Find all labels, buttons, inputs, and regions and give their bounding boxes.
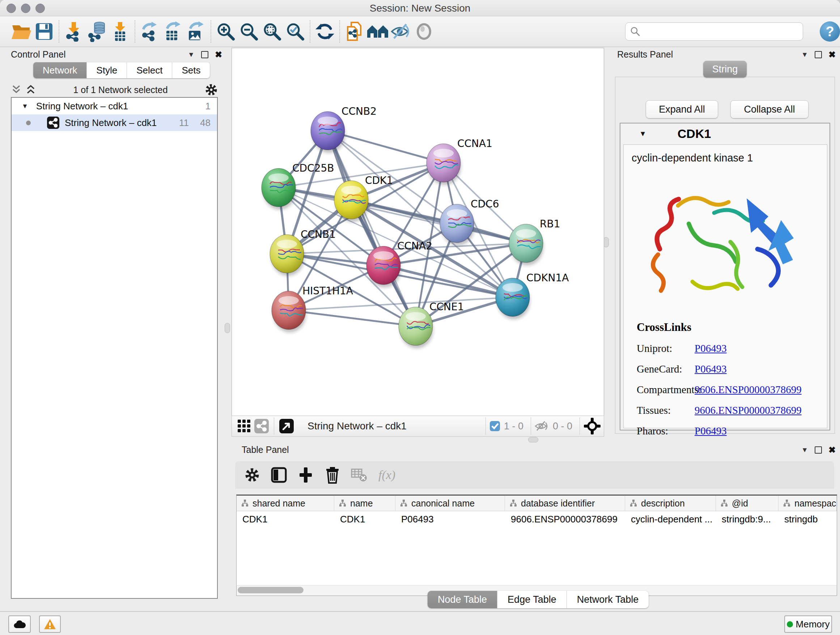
detach-view-icon[interactable]: [278, 417, 295, 435]
table-cell[interactable]: CDK1: [334, 514, 395, 525]
network-options-gear-icon[interactable]: [205, 83, 218, 96]
refresh-view-icon[interactable]: [313, 20, 336, 43]
network-edge[interactable]: [328, 131, 416, 326]
table-cell[interactable]: stringdb: [778, 514, 837, 525]
table-cell[interactable]: P06493: [395, 514, 505, 525]
table-options-gear-icon[interactable]: [242, 464, 263, 486]
expand-all-icon[interactable]: [25, 84, 36, 95]
help-button[interactable]: ?: [820, 21, 840, 42]
import-network-database-icon[interactable]: [85, 20, 109, 43]
search-input[interactable]: [641, 26, 794, 38]
network-collection-row[interactable]: ▼ String Network – cdk1 1: [11, 98, 217, 114]
memory-button[interactable]: Memory: [784, 616, 832, 633]
cloud-status-button[interactable]: [8, 616, 31, 633]
tab-node-table[interactable]: Node Table: [428, 591, 497, 608]
show-columns-icon[interactable]: [268, 464, 289, 486]
collection-expand-icon[interactable]: ▼: [22, 103, 28, 110]
column-header[interactable]: @id: [716, 496, 778, 511]
crosslink-value[interactable]: 9606.ENSP00000378699: [695, 384, 802, 396]
network-row-selected[interactable]: String Network – cdk1 11 48: [11, 114, 217, 131]
network-node-CCNE1[interactable]: CCNE1: [399, 301, 464, 348]
group-nodes-icon[interactable]: [366, 20, 389, 43]
export-image-icon[interactable]: [185, 20, 208, 43]
add-column-icon[interactable]: [295, 464, 316, 486]
collapse-all-button[interactable]: Collapse All: [730, 100, 808, 119]
tab-string[interactable]: String: [703, 61, 747, 78]
tab-style[interactable]: Style: [87, 62, 127, 78]
panel-menu-icon[interactable]: ▼: [801, 446, 808, 454]
network-canvas[interactable]: CCNB2CCNA1CDC25BCDK1CDC6RB1CCNB1CCNA2CDK…: [232, 48, 604, 416]
network-node-CDC6[interactable]: CDC6: [440, 198, 499, 245]
expand-all-button[interactable]: Expand All: [646, 100, 718, 119]
panel-menu-icon[interactable]: ▼: [801, 51, 808, 59]
collapse-all-icon[interactable]: [11, 84, 22, 95]
tab-network-table[interactable]: Network Table: [567, 591, 649, 608]
import-network-file-icon[interactable]: [62, 20, 85, 43]
crosslink-value[interactable]: P06493: [695, 342, 727, 355]
network-edge[interactable]: [289, 310, 416, 326]
panel-float-icon[interactable]: [815, 447, 822, 454]
collection-count: 1: [205, 101, 210, 112]
tab-network[interactable]: Network: [33, 62, 87, 78]
tab-sets[interactable]: Sets: [172, 62, 210, 78]
column-header[interactable]: name: [334, 496, 395, 511]
save-session-icon[interactable]: [33, 20, 56, 43]
left-divider-handle[interactable]: [225, 323, 230, 333]
birdseye-navigator-icon[interactable]: [584, 417, 601, 435]
export-network-icon[interactable]: [138, 20, 161, 43]
panel-close-icon[interactable]: ✖: [829, 50, 836, 60]
column-header[interactable]: description: [625, 496, 716, 511]
crosslink-label: Tissues:: [637, 404, 695, 416]
column-header[interactable]: namespace: [778, 496, 837, 511]
bottom-divider-handle[interactable]: [528, 437, 538, 442]
delete-table-icon: [349, 464, 370, 486]
string-network-icon: [47, 116, 60, 129]
tab-select[interactable]: Select: [127, 62, 172, 78]
column-type-icon: [720, 499, 728, 507]
table-cell[interactable]: stringdb:9...: [716, 514, 778, 525]
panel-menu-icon[interactable]: ▼: [188, 51, 195, 59]
clone-network-icon[interactable]: [343, 20, 366, 43]
zoom-in-icon[interactable]: [214, 20, 237, 43]
crosslink-value[interactable]: P06493: [695, 425, 727, 437]
table-cell[interactable]: CDK1: [237, 514, 334, 525]
network-overview-icon[interactable]: [253, 417, 270, 435]
zoom-fit-icon[interactable]: [261, 20, 284, 43]
grid-view-icon[interactable]: [235, 417, 253, 435]
zoom-out-icon[interactable]: [237, 20, 261, 43]
crosslink-value[interactable]: P06493: [695, 363, 727, 375]
control-panel-tabs: Network Style Select Sets: [33, 62, 210, 78]
warnings-button[interactable]: [39, 616, 61, 633]
function-builder-icon: f(x): [378, 468, 395, 482]
panel-float-icon[interactable]: [815, 51, 822, 58]
column-header[interactable]: canonical name: [395, 496, 505, 511]
gene-description: cyclin-dependent kinase 1: [632, 152, 753, 164]
column-type-icon: [509, 499, 517, 507]
node-table: shared namenamecanonical namedatabase id…: [236, 494, 837, 586]
tab-edge-table[interactable]: Edge Table: [497, 591, 567, 608]
zoom-selected-icon[interactable]: [284, 20, 307, 43]
table-cell[interactable]: 9606.ENSP00000378699: [505, 514, 625, 525]
hidden-eye-icon: [535, 420, 549, 432]
scrollbar-thumb[interactable]: [238, 587, 303, 593]
show-all-icon[interactable]: [412, 20, 436, 43]
delete-column-icon[interactable]: [322, 464, 343, 486]
export-table-icon[interactable]: [161, 20, 185, 43]
selected-checkbox-icon[interactable]: [489, 421, 500, 432]
column-type-icon: [400, 499, 408, 507]
table-cell[interactable]: cyclin-dependent ...: [625, 514, 716, 525]
open-session-icon[interactable]: [9, 20, 33, 43]
panel-close-icon[interactable]: ✖: [215, 50, 222, 60]
panel-close-icon[interactable]: ✖: [829, 445, 836, 455]
crosslink-value[interactable]: 9606.ENSP00000378699: [695, 404, 802, 416]
gene-collapse-icon[interactable]: ▼: [639, 130, 646, 138]
right-divider-handle[interactable]: [603, 237, 609, 247]
column-header[interactable]: database identifier: [505, 496, 625, 511]
panel-float-icon[interactable]: [201, 51, 208, 58]
import-table-file-icon[interactable]: [109, 20, 132, 43]
network-node-CDKN1A[interactable]: CDKN1A: [496, 272, 569, 319]
column-header[interactable]: shared name: [237, 496, 334, 511]
network-node-RB1[interactable]: RB1: [509, 218, 560, 265]
network-edge-count: 48: [200, 117, 210, 128]
hide-selected-icon[interactable]: [389, 20, 412, 43]
